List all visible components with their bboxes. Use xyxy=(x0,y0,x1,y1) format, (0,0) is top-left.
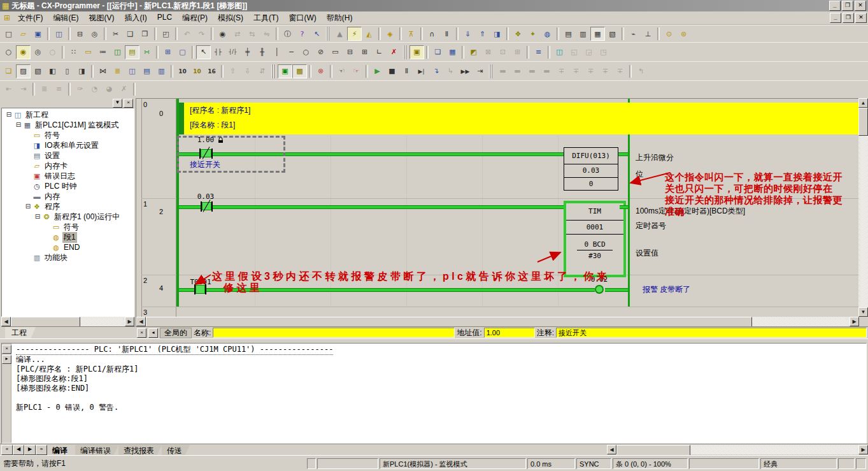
restore-button[interactable]: ❐ xyxy=(842,1,853,11)
clear-breakpoint-button[interactable]: ☞ xyxy=(349,64,364,78)
fb-parameter-button[interactable]: ⊞ xyxy=(357,45,372,59)
set-value-button[interactable]: ◩ xyxy=(466,45,481,59)
online-device-button[interactable]: ◈ xyxy=(383,27,397,41)
tab-first-button[interactable]: « xyxy=(1,445,13,455)
contact-no-button[interactable]: ┤├ xyxy=(211,45,225,59)
data-trace-button[interactable]: ❏ xyxy=(430,45,445,59)
monitor-hex-button[interactable]: 16 xyxy=(204,64,219,78)
ladder-canvas[interactable]: 0 0 1 2 2 4 3 [程序名 : 新程序1] [段名称 : 段1] 1.… xyxy=(136,98,859,317)
line-corner-button[interactable]: ∟ xyxy=(372,45,387,59)
tree-item-end-section[interactable]: ◍END xyxy=(2,242,134,252)
tree-item-plc-clock[interactable]: ◷PLC 时钟 xyxy=(2,181,134,191)
paste-button[interactable]: ❒ xyxy=(138,27,152,41)
mode-monitor-button[interactable]: ▦ xyxy=(590,27,605,41)
save-report-button[interactable]: ◫ xyxy=(52,27,66,41)
tree-item-section1[interactable]: ◍段1 xyxy=(2,232,134,242)
menu-plc[interactable]: PLC xyxy=(152,11,177,25)
sim-continuous-step-button[interactable]: ▶▶ xyxy=(458,64,473,78)
simulator-button[interactable]: ▣ xyxy=(278,64,292,78)
ladder-hscrollbar[interactable]: ◀ ▶ xyxy=(136,317,859,326)
rung-tree-button[interactable]: ∺ xyxy=(139,45,154,59)
time-chart-button[interactable]: ▦ xyxy=(445,45,460,59)
coil-nc-tool-button[interactable]: ⊘ xyxy=(313,45,328,59)
help-button[interactable]: ? xyxy=(295,27,309,41)
zoom-tool-button[interactable]: ○ xyxy=(1,45,16,59)
collapse-icon[interactable]: ⊟ xyxy=(6,112,12,118)
tree-item-memory-card[interactable]: ▱内存卡 xyxy=(2,161,134,171)
tree-item-function-blocks[interactable]: ▥功能块 xyxy=(2,252,134,263)
sim-run-button[interactable]: ▶ xyxy=(370,64,385,78)
child-close-button[interactable]: ✕ xyxy=(855,13,867,23)
tree-item-error-log[interactable]: ▣错误日志 xyxy=(2,171,134,181)
tab-last-button[interactable]: » xyxy=(36,445,47,455)
scroll-right-icon[interactable]: ▶ xyxy=(850,317,859,326)
rung-comment-button[interactable]: ▭ xyxy=(81,45,96,59)
sim-pause-button[interactable]: Ⅱ xyxy=(399,64,414,78)
address-window-button[interactable]: ◫ xyxy=(125,64,139,78)
name-input[interactable] xyxy=(213,328,455,338)
instruction-tool-button[interactable]: ▭ xyxy=(328,45,343,59)
mnemonic-window-button[interactable]: ▧ xyxy=(31,64,45,78)
or-contact-nc-button[interactable]: ╫ xyxy=(255,45,269,59)
scroll-left-icon[interactable]: ◀ xyxy=(1,317,11,326)
menu-help[interactable]: 帮助(H) xyxy=(322,11,358,25)
scroll-up-icon[interactable]: ▲ xyxy=(858,98,868,108)
set-password-button[interactable]: ⊙ xyxy=(662,27,676,41)
zoom-in-button[interactable]: ◉ xyxy=(16,45,31,59)
compile-plc-button[interactable]: ✦ xyxy=(525,27,540,41)
sim-run-to-break-button[interactable]: ⇥ xyxy=(473,64,487,78)
local-symbol-button[interactable]: ≣ xyxy=(110,64,125,78)
monitor-signed-decimal-button[interactable]: 10 xyxy=(190,64,204,78)
symbol-window-button[interactable]: ◧ xyxy=(45,64,60,78)
upload-button[interactable]: ⇑ xyxy=(475,27,490,41)
rung-shortcut-button[interactable]: ▤ xyxy=(125,45,139,59)
find-button[interactable]: ◉ xyxy=(215,27,230,41)
menu-file[interactable]: 文件(F) xyxy=(13,11,48,25)
work-online-button[interactable]: ⚡ xyxy=(347,27,362,41)
watch-button[interactable]: ◫ xyxy=(552,45,567,59)
scroll-thumb[interactable] xyxy=(858,108,868,136)
monitor-decimal-button[interactable]: 10 xyxy=(175,64,190,78)
addressbar-pin-button[interactable]: ◂ xyxy=(148,328,158,338)
mode-run-button[interactable]: ▧ xyxy=(605,27,620,41)
rung-list-button[interactable]: ≔ xyxy=(96,45,110,59)
properties-button[interactable]: ◨ xyxy=(75,64,89,78)
sim-scan-run-button[interactable]: ▶| xyxy=(414,64,429,78)
output-window-button[interactable]: ▤ xyxy=(139,64,154,78)
select-tool-button[interactable]: ↖ xyxy=(196,45,211,59)
child-restore-button[interactable]: ❐ xyxy=(843,13,854,23)
window-cascade-button[interactable]: ❏ xyxy=(1,64,16,78)
menu-insert[interactable]: 插入(I) xyxy=(119,11,152,25)
compile-program-button[interactable]: ❖ xyxy=(511,27,525,41)
menu-program[interactable]: 编程(P) xyxy=(177,11,213,25)
tree-item-program-symbols[interactable]: ▭符号 xyxy=(2,222,134,232)
mode-debug-button[interactable]: ▥ xyxy=(576,27,590,41)
differential-monitor-button[interactable]: ▣ xyxy=(409,45,424,59)
tab-project[interactable]: 工程 xyxy=(5,327,36,339)
tree-item-programs[interactable]: ⊟❖程序 xyxy=(2,201,134,212)
address-reference-button[interactable]: ≡ xyxy=(531,45,546,59)
online-edit-send-button[interactable]: ⊥ xyxy=(641,27,655,41)
io-comment-window-button[interactable]: ▯ xyxy=(60,64,75,78)
zoom-reset-button[interactable]: ◎ xyxy=(31,45,45,59)
print-button[interactable]: ⊟ xyxy=(73,27,87,41)
paste-attribute-button[interactable]: ◰ xyxy=(159,27,173,41)
transfer-settings-button[interactable]: ⊼ xyxy=(404,27,418,41)
menu-simulation[interactable]: 模拟(S) xyxy=(213,11,248,25)
tim-instruction-block[interactable]: TIM 0001 0 BCD #30 xyxy=(564,201,626,277)
tree-item-new-program1[interactable]: ⊟❂新程序1 (00)运行中 xyxy=(2,212,134,222)
compare-button[interactable]: ◨ xyxy=(490,27,504,41)
release-password-button[interactable]: ⊚ xyxy=(676,27,691,41)
collapse-icon[interactable]: ⊟ xyxy=(15,122,22,128)
grid-button[interactable]: ∷ xyxy=(66,45,81,59)
compile-check-button[interactable]: ◍ xyxy=(540,27,555,41)
tree-item-symbols[interactable]: ▭符号 xyxy=(2,130,134,140)
collapse-icon[interactable]: ⊟ xyxy=(25,203,31,210)
sim-step-button[interactable]: ↴ xyxy=(429,64,443,78)
tab-next-button[interactable]: ▶ xyxy=(24,445,36,455)
panel-dropdown-button[interactable]: ▼ xyxy=(113,99,122,108)
cut-button[interactable]: ✂ xyxy=(108,27,123,41)
or-contact-no-button[interactable]: ╪ xyxy=(240,45,255,59)
menu-window[interactable]: 窗口(W) xyxy=(283,11,321,25)
vertical-line-button[interactable]: │ xyxy=(269,45,284,59)
